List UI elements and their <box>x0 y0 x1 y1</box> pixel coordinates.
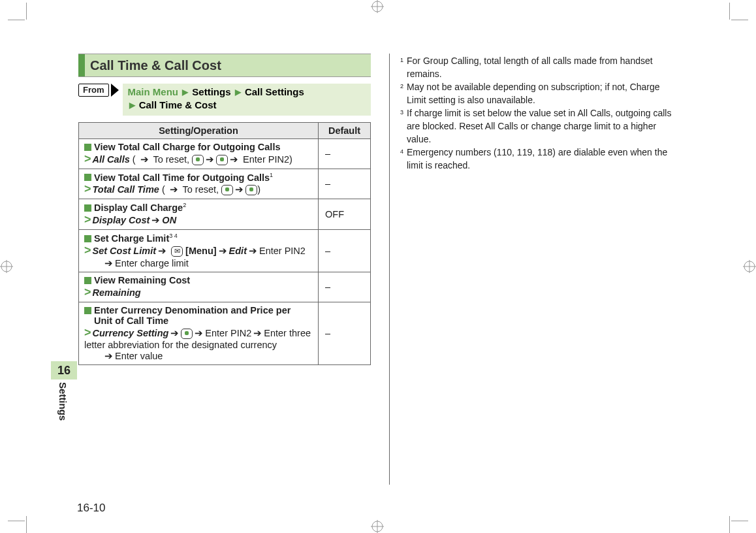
footnotes: 1For Group Calling, total length of all … <box>400 55 679 172</box>
bullet-icon <box>84 204 91 212</box>
center-key-icon <box>245 185 257 195</box>
mail-key-icon <box>171 246 183 257</box>
breadcrumb-item: Settings <box>192 86 230 97</box>
row-path-tail: ON <box>162 215 176 225</box>
breadcrumb-item: Call Settings <box>245 86 304 97</box>
default-cell: – <box>319 302 371 364</box>
table-row: Enter Currency Denomination and Price pe… <box>79 302 371 364</box>
row-path-text: Enter PIN2 <box>205 328 251 338</box>
setting-cell: Display Call Charge2 >Display Cost➔ON <box>79 199 319 230</box>
row-title: Enter Currency Denomination and Price pe… <box>94 305 303 326</box>
row-title: Display Call Charge <box>94 202 183 213</box>
breadcrumb-item: Call Time & Cost <box>139 99 217 110</box>
row-title: View Total Call Charge for Outgoing Call… <box>94 142 280 152</box>
row-path: Remaining <box>93 287 141 298</box>
breadcrumb-path: Main Menu ▶ Settings ▶ Call Settings ▶ C… <box>123 84 371 116</box>
row-title: View Remaining Cost <box>94 275 190 285</box>
default-cell: – <box>319 138 371 169</box>
footnote-ref: 3 4 <box>169 233 178 239</box>
table-row: Set Charge Limit3 4 >Set Cost Limit➔ [Me… <box>79 230 371 272</box>
footnote: 1For Group Calling, total length of all … <box>400 55 679 80</box>
from-tag: From <box>78 84 109 97</box>
arrow-icon: ➔ <box>104 257 113 268</box>
default-cell: – <box>319 272 371 302</box>
bullet-icon <box>84 277 91 284</box>
row-path-text: ( <box>159 184 168 195</box>
from-arrow-icon <box>111 84 119 97</box>
footnote: 2May not be available depending on subsc… <box>400 81 679 106</box>
table-row: View Remaining Cost >Remaining – <box>79 272 371 302</box>
breadcrumb: From Main Menu ▶ Settings ▶ Call Setting… <box>78 84 371 116</box>
triangle-icon: ▶ <box>182 87 188 97</box>
crop-mark <box>8 20 25 20</box>
row-path: Set Cost Limit <box>93 246 156 256</box>
arrow-icon: ➔ <box>140 153 149 165</box>
registration-mark-icon <box>371 0 384 13</box>
bullet-icon <box>84 174 91 181</box>
menu-label: [Menu] <box>185 246 217 256</box>
crop-mark <box>26 516 27 533</box>
crop-mark <box>729 3 730 20</box>
crop-mark <box>731 20 748 20</box>
row-path-text: Enter PIN2) <box>240 154 292 165</box>
default-cell: – <box>319 230 371 272</box>
setting-cell: View Total Call Charge for Outgoing Call… <box>79 138 319 169</box>
row-title: Set Charge Limit <box>94 233 169 244</box>
footnote-text: May not be available depending on subscr… <box>407 81 679 106</box>
footnote-text: For Group Calling, total length of all c… <box>407 55 679 80</box>
col-setting: Setting/Operation <box>79 122 319 138</box>
row-path-text: Enter charge limit <box>115 258 189 268</box>
arrow-icon: ➔ <box>253 327 262 338</box>
bullet-icon <box>84 144 91 151</box>
setting-cell: Enter Currency Denomination and Price pe… <box>79 302 319 364</box>
page-content: Call Time & Call Cost From Main Menu ▶ S… <box>78 54 679 485</box>
arrow-icon: ➔ <box>170 327 179 338</box>
setting-cell: Set Charge Limit3 4 >Set Cost Limit➔ [Me… <box>79 230 319 272</box>
arrow-icon: ➔ <box>249 245 257 256</box>
center-key-icon <box>216 155 228 165</box>
gt-icon: > <box>84 213 91 226</box>
footnote-num: 3 <box>400 107 405 146</box>
arrow-icon: ➔ <box>195 327 203 338</box>
triangle-icon: ▶ <box>235 87 241 97</box>
row-path: Total Call Time <box>93 184 159 195</box>
table-row: View Total Call Time for Outgoing Calls1… <box>79 169 371 199</box>
registration-mark-icon <box>0 260 13 273</box>
bullet-icon <box>84 235 91 242</box>
arrow-icon: ➔ <box>206 153 214 165</box>
setting-cell: View Total Call Time for Outgoing Calls1… <box>79 169 319 199</box>
col-default: Default <box>319 122 371 138</box>
row-path-text: Enter PIN2 <box>259 246 306 256</box>
row-path: Display Cost <box>93 215 150 225</box>
accent-bar <box>78 54 85 76</box>
breadcrumb-main: Main Menu <box>128 86 179 97</box>
side-tab: 16 Settings <box>51 361 77 421</box>
triangle-icon: ▶ <box>129 100 135 110</box>
arrow-icon: ➔ <box>219 245 227 256</box>
row-path-text: To reset, <box>180 184 221 195</box>
crop-mark <box>8 521 25 521</box>
footnote: 4Emergency numbers (110, 119, 118) are d… <box>400 146 679 172</box>
center-key-icon <box>192 155 204 165</box>
crop-mark <box>729 516 730 533</box>
footnote: 3If charge limit is set below the value … <box>400 107 679 146</box>
arrow-icon: ➔ <box>104 350 113 361</box>
gt-icon: > <box>84 285 91 299</box>
gt-icon: > <box>84 244 91 257</box>
page-number: 16-10 <box>77 502 105 515</box>
registration-mark-icon <box>371 520 384 533</box>
arrow-icon: ➔ <box>230 153 238 165</box>
arrow-icon: ➔ <box>235 184 244 195</box>
row-path-text: ) <box>257 184 260 195</box>
arrow-icon: ➔ <box>170 184 178 195</box>
chapter-number: 16 <box>51 361 77 380</box>
row-title: View Total Call Time for Outgoing Calls <box>94 172 270 182</box>
settings-table: Setting/Operation Default View Total Cal… <box>78 122 371 365</box>
gt-icon: > <box>84 182 91 195</box>
gt-icon: > <box>84 152 91 165</box>
footnote-ref: 1 <box>270 172 273 178</box>
registration-mark-icon <box>743 260 756 273</box>
table-header-row: Setting/Operation Default <box>79 122 371 138</box>
bullet-icon <box>84 307 91 314</box>
footnote-text: Emergency numbers (110, 119, 118) are di… <box>407 146 679 172</box>
